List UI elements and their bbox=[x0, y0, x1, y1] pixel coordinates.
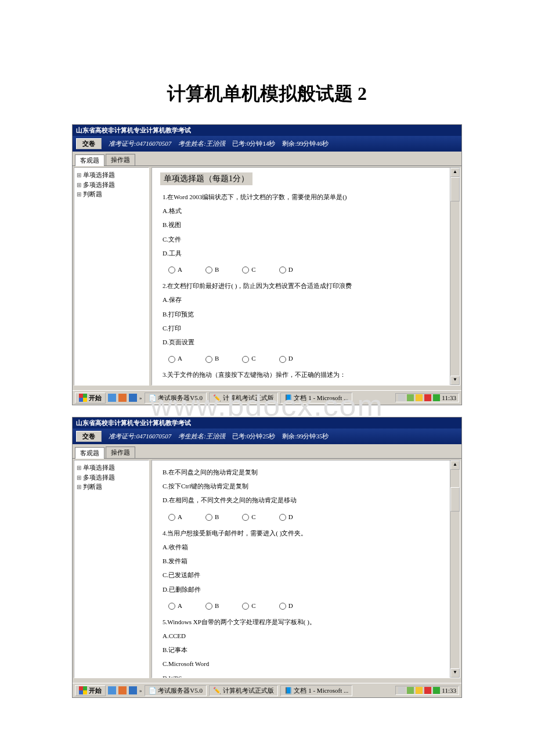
system-tray: 11:33 bbox=[395, 393, 459, 402]
q3-radio-d[interactable]: D bbox=[279, 510, 293, 524]
radio-label-c: C bbox=[251, 602, 255, 609]
q2-radio-d[interactable]: D bbox=[279, 351, 293, 365]
tree-multi-choice[interactable]: 多项选择题 bbox=[77, 473, 146, 483]
q3-radio-b[interactable]: B bbox=[205, 510, 219, 524]
question-tree: 单项选择题 多项选择题 判断题 bbox=[74, 460, 149, 678]
q4-radio-b[interactable]: B bbox=[205, 599, 219, 613]
q1-opt-c: C.文件 bbox=[163, 232, 452, 246]
q3-radio-a[interactable]: A bbox=[168, 510, 182, 524]
question-tree: 单项选择题 多项选择题 判断题 bbox=[74, 167, 149, 386]
tray-shield-icon[interactable] bbox=[416, 687, 423, 694]
radio-label-c: C bbox=[251, 355, 255, 362]
q5-opt-c: C.Microsoft Word bbox=[163, 657, 452, 671]
q4-opt-d: D.已删除邮件 bbox=[163, 582, 452, 596]
submit-button[interactable]: 交卷 bbox=[76, 138, 102, 149]
scroll-thumb[interactable] bbox=[450, 487, 460, 512]
radio-label-b: B bbox=[215, 355, 219, 362]
main-tabs: 客观题 操作题 bbox=[73, 152, 461, 166]
tray-usb-icon[interactable] bbox=[433, 394, 440, 401]
id-value: 04716070507 bbox=[136, 433, 172, 440]
question-3-partial: 3.关于文件的拖动（直接按下左键拖动）操作，不正确的描述为： A.按下Alt键的… bbox=[163, 368, 452, 386]
radio-label-a: A bbox=[178, 355, 182, 362]
taskbar-app-word[interactable]: 📘 文档 1 - Microsoft ... bbox=[280, 393, 353, 404]
quicklaunch-ie-icon[interactable] bbox=[108, 394, 116, 402]
tab-operation[interactable]: 操作题 bbox=[106, 447, 135, 458]
radio-label-a: A bbox=[178, 266, 182, 273]
q2-radio-c[interactable]: C bbox=[242, 351, 255, 365]
q2-radio-b[interactable]: B bbox=[205, 351, 219, 365]
taskbar-app-server[interactable]: 📄 考试服务器V5.0 bbox=[145, 685, 207, 696]
q1-radio-a[interactable]: A bbox=[168, 262, 182, 276]
scroll-down-icon[interactable]: ▼ bbox=[450, 376, 460, 385]
info-bar: 交卷 准考证号:04716070507 考生姓名:王治强 已考:0分钟25秒 剩… bbox=[73, 429, 461, 444]
tray-volume-icon[interactable] bbox=[424, 394, 431, 401]
candidate-name: 考生姓名:王治强 bbox=[178, 139, 225, 148]
tray-usb-icon[interactable] bbox=[433, 687, 440, 694]
q1-radio-c[interactable]: C bbox=[242, 262, 255, 276]
q2-stem: 2.在文档打印前最好进行( )，防止因为文档设置不合适造成打印浪费 bbox=[163, 279, 452, 293]
tree-single-choice[interactable]: 单项选择题 bbox=[77, 170, 146, 180]
q4-opt-c: C.已发送邮件 bbox=[163, 568, 452, 582]
q4-radio-a[interactable]: A bbox=[168, 599, 182, 613]
tab-objective[interactable]: 客观题 bbox=[75, 447, 104, 459]
q3-radio-c[interactable]: C bbox=[242, 510, 255, 524]
quicklaunch-expand-icon[interactable]: » bbox=[139, 395, 142, 401]
q4-radio-c[interactable]: C bbox=[242, 599, 255, 613]
taskbar: 开始 » 📄 考试服务器V5.0 ✏️ 计算机考试正式版 📘 文档 1 - Mi… bbox=[73, 390, 461, 405]
quicklaunch-image-icon[interactable] bbox=[129, 394, 137, 402]
taskbar-app-word[interactable]: 📘 文档 1 - Microsoft ... bbox=[280, 685, 353, 696]
q4-opt-a: A.收件箱 bbox=[163, 540, 452, 554]
scroll-thumb[interactable] bbox=[450, 177, 460, 201]
tab-operation[interactable]: 操作题 bbox=[106, 154, 135, 165]
exam-id-label: 准考证号:04716070507 bbox=[109, 139, 171, 148]
question-panel: B.在不同盘之间的拖动肯定是复制 C.按下Ctrl键的拖动肯定是复制 D.在相同… bbox=[151, 460, 460, 678]
taskbar-app-server[interactable]: 📄 考试服务器V5.0 bbox=[145, 393, 207, 404]
q5-opt-d: D.WPS bbox=[163, 671, 452, 678]
q2-opt-d: D.页面设置 bbox=[163, 335, 452, 349]
vertical-scrollbar[interactable]: ▲ ▼ bbox=[450, 460, 460, 678]
tray-keyboard-icon[interactable] bbox=[398, 394, 405, 401]
tray-volume-icon[interactable] bbox=[424, 687, 431, 694]
q3-opt-c: C.按下Ctrl键的拖动肯定是复制 bbox=[163, 479, 452, 493]
tree-judge[interactable]: 判断题 bbox=[77, 189, 146, 199]
q3-opt-b: B.在不同盘之间的拖动肯定是复制 bbox=[163, 465, 452, 479]
tab-objective[interactable]: 客观题 bbox=[75, 154, 104, 166]
tray-keyboard-icon[interactable] bbox=[398, 687, 405, 694]
tray-shield-icon[interactable] bbox=[416, 394, 423, 401]
question-1: 1.在Word 2003编辑状态下，统计文档的字数，需要使用的菜单是() A.格… bbox=[163, 190, 452, 279]
tree-multi-choice[interactable]: 多项选择题 bbox=[77, 180, 146, 190]
name-value: 王治强 bbox=[206, 433, 225, 440]
question-panel: 单项选择题（每题1分） 1.在Word 2003编辑状态下，统计文档的字数，需要… bbox=[151, 167, 460, 386]
start-button[interactable]: 开始 bbox=[75, 393, 106, 404]
radio-label-c: C bbox=[251, 513, 255, 520]
remaining-time: 剩余:99分钟46秒 bbox=[282, 139, 329, 148]
scroll-up-icon[interactable]: ▲ bbox=[450, 460, 460, 470]
q4-radio-d[interactable]: D bbox=[279, 599, 293, 613]
taskbar-app-exam[interactable]: ✏️ 计算机考试正式版 bbox=[209, 393, 278, 404]
q2-opt-c: C.打印 bbox=[163, 321, 452, 335]
q1-radio-d[interactable]: D bbox=[279, 262, 293, 276]
submit-button[interactable]: 交卷 bbox=[76, 431, 102, 442]
vertical-scrollbar[interactable]: ▲ ▼ bbox=[450, 168, 460, 385]
q4-stem: 4.当用户想接受新电子邮件时，需要进入( )文件夹。 bbox=[163, 526, 452, 540]
tray-network-icon[interactable] bbox=[407, 394, 414, 401]
q1-radio-b[interactable]: B bbox=[205, 262, 219, 276]
quicklaunch-folder-icon[interactable] bbox=[118, 686, 127, 694]
quicklaunch-ie-icon[interactable] bbox=[108, 686, 116, 694]
quicklaunch-folder-icon[interactable] bbox=[118, 394, 127, 402]
scroll-down-icon[interactable]: ▼ bbox=[450, 668, 460, 678]
q2-radio-a[interactable]: A bbox=[168, 351, 182, 365]
start-button[interactable]: 开始 bbox=[75, 685, 106, 696]
quicklaunch-expand-icon[interactable]: » bbox=[139, 687, 142, 693]
q1-opt-d: D.工具 bbox=[163, 246, 452, 260]
scroll-up-icon[interactable]: ▲ bbox=[450, 168, 460, 177]
quicklaunch-image-icon[interactable] bbox=[129, 686, 137, 694]
tray-network-icon[interactable] bbox=[407, 687, 414, 694]
q5-opt-b: B.记事本 bbox=[163, 643, 452, 657]
question-2: 2.在文档打印前最好进行( )，防止因为文档设置不合适造成打印浪费 A.保存 B… bbox=[163, 279, 452, 368]
screenshot-2: 山东省高校非计算机专业计算机教学考试 交卷 准考证号:04716070507 考… bbox=[72, 417, 462, 698]
taskbar-app-exam[interactable]: ✏️ 计算机考试正式版 bbox=[209, 685, 278, 696]
tree-judge[interactable]: 判断题 bbox=[77, 482, 146, 492]
exam-id-label: 准考证号:04716070507 bbox=[109, 432, 171, 441]
tree-single-choice[interactable]: 单项选择题 bbox=[77, 463, 146, 473]
